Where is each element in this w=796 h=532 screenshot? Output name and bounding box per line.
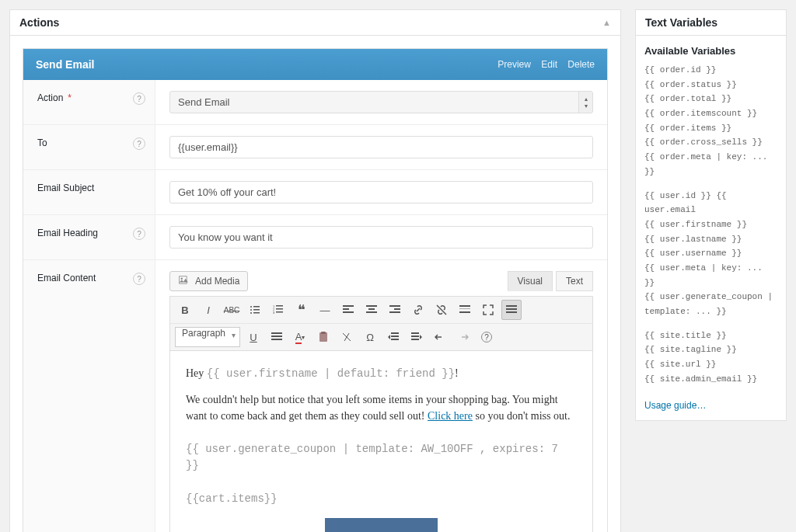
align-right-icon[interactable]: [385, 300, 405, 320]
var-item[interactable]: {{ site.url }}: [644, 357, 777, 372]
svg-rect-38: [411, 339, 419, 340]
delete-link[interactable]: Delete: [567, 59, 595, 70]
svg-rect-19: [389, 305, 400, 307]
italic-icon[interactable]: I: [198, 300, 218, 320]
editor-body[interactable]: Hey {{ user.firstname | default: friend …: [169, 351, 593, 532]
var-item[interactable]: {{ user.meta | key: ... }}: [644, 261, 777, 290]
site-vars-group: {{ site.title }} {{ site.tagline }} {{ s…: [644, 329, 777, 387]
svg-rect-18: [366, 311, 377, 313]
more-icon[interactable]: [455, 300, 475, 320]
undo-icon[interactable]: [430, 327, 450, 347]
strike-icon[interactable]: ABC: [222, 300, 242, 320]
kitchen-sink-icon[interactable]: [501, 300, 522, 320]
help-icon[interactable]: ?: [133, 137, 145, 150]
svg-rect-35: [391, 339, 399, 340]
edit-link[interactable]: Edit: [541, 59, 557, 70]
svg-rect-22: [459, 305, 470, 307]
add-media-button[interactable]: Add Media: [169, 271, 248, 291]
link-icon[interactable]: [408, 300, 428, 320]
bold-icon[interactable]: B: [175, 300, 195, 320]
var-item[interactable]: {{ user.id }} {{ user.email: [644, 189, 777, 217]
help-toolbar-icon[interactable]: ?: [477, 327, 497, 347]
actions-panel: Actions ▲ Send Email Preview Edit Delete…: [9, 9, 621, 532]
var-item[interactable]: {{ site.admin_email }}: [644, 372, 777, 387]
view-cart-button[interactable]: View Cart: [325, 518, 438, 532]
action-select[interactable]: Send Email: [169, 91, 593, 113]
toolbar-row-2: Paragraph U A ▾ Ω ?: [170, 323, 592, 350]
click-here-link[interactable]: Click here: [428, 410, 473, 422]
var-item[interactable]: {{ user.username }}: [644, 246, 777, 261]
var-item[interactable]: {{ user.lastname }}: [644, 232, 777, 247]
paste-text-icon[interactable]: [313, 327, 333, 347]
var-item[interactable]: {{ order.total }}: [644, 92, 777, 106]
var-item[interactable]: {{ order.cross_sells }}: [644, 135, 777, 150]
card-links: Preview Edit Delete: [490, 59, 595, 70]
var-item[interactable]: {{ order.status }}: [644, 78, 777, 92]
svg-rect-16: [366, 305, 377, 307]
var-item[interactable]: {{ site.tagline }}: [644, 342, 777, 357]
svg-rect-28: [271, 332, 282, 334]
svg-rect-29: [271, 336, 282, 337]
label-subject: Email Subject: [23, 170, 155, 214]
unlink-icon[interactable]: [431, 300, 452, 320]
clear-format-icon[interactable]: [337, 327, 357, 347]
user-vars-group: {{ user.id }} {{ user.email {{ user.firs…: [644, 189, 777, 319]
subject-input[interactable]: [169, 181, 593, 203]
hr-icon[interactable]: —: [315, 300, 335, 320]
svg-point-1: [250, 306, 252, 308]
quote-icon[interactable]: ❝: [292, 300, 312, 320]
label-content: Email Content ?: [23, 260, 155, 532]
special-char-icon[interactable]: Ω: [360, 327, 380, 347]
preview-link[interactable]: Preview: [498, 59, 531, 70]
available-heading: Available Variables: [644, 45, 777, 57]
svg-point-0: [181, 278, 183, 280]
var-item[interactable]: {{ order.meta | key: ... }}: [644, 150, 777, 179]
tab-visual[interactable]: Visual: [508, 271, 553, 291]
svg-rect-12: [276, 311, 283, 313]
format-select[interactable]: Paragraph: [175, 327, 240, 347]
field-heading: [155, 215, 607, 259]
text-variables-panel: Text Variables Available Variables {{ or…: [635, 9, 787, 421]
var-item[interactable]: {{ user.firstname }}: [644, 217, 777, 232]
align-left-icon[interactable]: [338, 300, 358, 320]
var-item[interactable]: {{ site.title }}: [644, 329, 777, 343]
underline-icon[interactable]: U: [243, 327, 264, 347]
label-action: Action* ?: [23, 80, 155, 124]
variables-title: Text Variables: [645, 16, 717, 29]
usage-guide-link[interactable]: Usage guide…: [644, 400, 706, 411]
svg-rect-8: [276, 305, 283, 307]
var-item[interactable]: {{ order.itemscount }}: [644, 106, 777, 121]
heading-input[interactable]: [169, 226, 593, 249]
to-input[interactable]: [169, 136, 593, 158]
row-heading: Email Heading ?: [23, 215, 607, 260]
sidebar-body: Available Variables {{ order.id }} {{ or…: [636, 36, 786, 420]
var-item[interactable]: {{ order.id }}: [644, 63, 777, 78]
outdent-icon[interactable]: [383, 327, 403, 347]
field-to: [155, 125, 607, 169]
greeting-var: {{ user.firstname | default: friend }}: [207, 367, 455, 380]
help-icon[interactable]: ?: [133, 228, 145, 240]
fullscreen-icon[interactable]: [478, 300, 498, 320]
var-item[interactable]: {{ user.generate_coupon | template: ... …: [644, 290, 777, 318]
var-item[interactable]: {{ order.items }}: [644, 121, 777, 136]
row-to: To ?: [23, 125, 607, 170]
editor-tabs: Visual Text: [508, 271, 593, 291]
svg-rect-21: [389, 311, 400, 313]
help-icon[interactable]: ?: [133, 273, 145, 285]
svg-rect-26: [506, 308, 517, 310]
svg-rect-10: [276, 308, 283, 310]
justify-icon[interactable]: [267, 327, 287, 347]
svg-rect-14: [343, 308, 349, 310]
collapse-icon[interactable]: ▲: [602, 18, 611, 27]
numbered-list-icon[interactable]: 123: [268, 300, 288, 320]
svg-rect-24: [459, 311, 470, 313]
svg-rect-13: [343, 305, 354, 307]
text-color-icon[interactable]: A ▾: [290, 327, 310, 347]
media-icon: [178, 275, 190, 287]
help-icon[interactable]: ?: [133, 92, 145, 105]
align-center-icon[interactable]: [361, 300, 382, 320]
indent-icon[interactable]: [407, 327, 427, 347]
tab-text[interactable]: Text: [556, 271, 593, 291]
bullet-list-icon[interactable]: [245, 300, 265, 320]
redo-icon[interactable]: [453, 327, 473, 347]
